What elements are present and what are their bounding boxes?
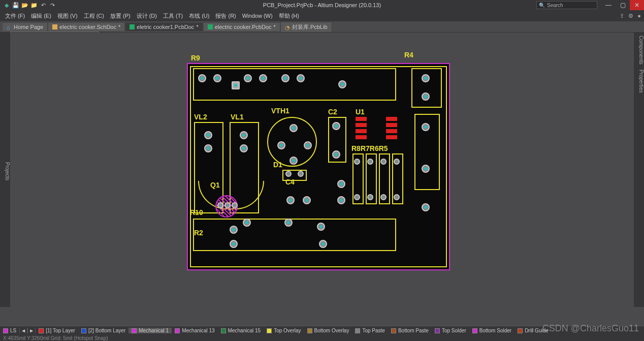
pad [198, 74, 206, 82]
pad [380, 159, 387, 165]
smd-pad [386, 129, 397, 133]
pad [285, 171, 292, 177]
pad [332, 150, 340, 159]
pcb-canvas[interactable]: R9 R4 VL2 VL1 VTH1 C2 U1 [10, 33, 634, 326]
panel-projects[interactable]: Projects [0, 33, 10, 307]
panel-properties[interactable]: Properties [634, 70, 644, 93]
gear-icon[interactable]: ⚙ [628, 13, 633, 19]
layer-topsolder[interactable]: Top Solder [432, 328, 469, 333]
layer-bottom[interactable]: [2] Bottom Layer [78, 328, 128, 333]
menu-route[interactable]: 布线 (U) [186, 11, 212, 21]
smd-pad [356, 123, 367, 127]
tab-schdoc[interactable]: electric cooker.SchDoc* [48, 22, 125, 31]
pad [230, 226, 238, 234]
layer-top[interactable]: [1] Top Layer [36, 328, 78, 333]
undo-icon[interactable]: ↶ [40, 2, 47, 9]
minimize-button[interactable]: — [601, 0, 616, 10]
des-c2: C2 [328, 108, 337, 116]
menu-design[interactable]: 设计 (D) [134, 11, 160, 21]
pad [304, 141, 312, 149]
title-bar: ◆ 💾 📂 📁 ↶ ↷ PCB_Project.PrjPcb - Altium … [0, 0, 644, 10]
save-icon[interactable]: 💾 [12, 2, 19, 9]
des-r10: R10 [190, 208, 203, 216]
layer-mech1[interactable]: Mechanical 1 [128, 328, 172, 333]
pad [380, 194, 387, 200]
app-icon: ◆ [3, 2, 10, 9]
layer-prev[interactable]: ◄ [19, 328, 27, 333]
pad [337, 180, 345, 188]
menu-help[interactable]: 帮助 (H) [276, 11, 302, 21]
pcb-icon [208, 24, 213, 29]
pad [422, 74, 430, 82]
smd-pad [356, 135, 367, 139]
layer-topoverlay[interactable]: Top Overlay [264, 328, 304, 333]
des-vl1: VL1 [231, 113, 244, 121]
pad [224, 202, 231, 208]
layer-toppaste[interactable]: Top Paste [352, 328, 388, 333]
pad [289, 124, 298, 132]
document-tabs: ⌂Home Page electric cooker.SchDoc* eletr… [0, 21, 644, 33]
tab-pcblib[interactable]: ◔封装库.PcbLib [280, 22, 332, 32]
des-r2: R2 [194, 229, 203, 237]
menu-file[interactable]: 文件 (F) [2, 11, 28, 21]
pad [354, 159, 360, 165]
layer-mech15[interactable]: Mechanical 15 [218, 328, 264, 333]
pad [319, 240, 327, 248]
des-r9: R9 [191, 54, 200, 62]
des-u1: U1 [356, 108, 365, 116]
pad [354, 194, 360, 200]
layer-mech13[interactable]: Mechanical 13 [172, 328, 217, 333]
share-icon[interactable]: ⇪ [620, 13, 624, 19]
side-panels-right: Components Properties [634, 33, 644, 307]
layer-botpaste[interactable]: Bottom Paste [388, 328, 432, 333]
pad [259, 74, 267, 82]
des-r8765: R8R7R6R5 [351, 144, 388, 152]
layer-next[interactable]: ► [27, 328, 36, 333]
pad [213, 74, 221, 82]
smd-pad [356, 129, 367, 133]
pad [286, 196, 295, 204]
smd-pad [386, 123, 397, 127]
menu-place[interactable]: 放置 (P) [107, 11, 134, 21]
menu-project[interactable]: 工程 (C) [81, 11, 107, 21]
board-outline: R9 R4 VL2 VL1 VTH1 C2 U1 [187, 63, 450, 270]
menu-report[interactable]: 报告 (R) [212, 11, 239, 21]
pad [422, 203, 430, 211]
redo-icon[interactable]: ↷ [49, 2, 56, 9]
panel-components[interactable]: Components [634, 36, 644, 65]
notify-icon[interactable]: ● [637, 13, 641, 19]
tab-home[interactable]: ⌂Home Page [2, 22, 48, 31]
layer-botsolder[interactable]: Bottom Solder [469, 328, 514, 333]
close-button[interactable]: ✕ [630, 0, 644, 10]
tab-pcbdoc1[interactable]: eletric cooker1.PcbDoc* [125, 22, 203, 31]
pcb-icon [130, 24, 135, 29]
des-d1: D1 [273, 161, 282, 169]
pad [277, 141, 285, 149]
search-input[interactable]: 🔍 Search [536, 1, 597, 9]
pad [367, 194, 373, 200]
layer-ls[interactable]: LS [0, 328, 19, 333]
sch-icon [52, 24, 57, 29]
layer-botoverlay[interactable]: Bottom Overlay [304, 328, 352, 333]
folder-icon[interactable]: 📁 [30, 2, 38, 9]
quick-access-toolbar: ◆ 💾 📂 📁 ↶ ↷ [0, 2, 59, 9]
pad [281, 74, 289, 82]
menu-view[interactable]: 视图 (V) [54, 11, 81, 21]
pad [303, 196, 311, 204]
pad [240, 131, 248, 139]
maximize-button[interactable]: ▢ [616, 0, 630, 10]
open-icon[interactable]: 📂 [21, 2, 28, 9]
pad-rect [232, 81, 240, 89]
tab-pcbdoc2[interactable]: electric cooker.PcbDoc* [203, 22, 280, 31]
silk-block-bottom [193, 219, 396, 251]
home-icon: ⌂ [7, 24, 12, 29]
menu-window[interactable]: Window (W) [239, 12, 276, 20]
pad [243, 219, 251, 227]
lib-icon: ◔ [285, 24, 290, 29]
pad [298, 171, 304, 177]
menu-edit[interactable]: 编辑 (E) [28, 11, 54, 21]
smd-pad [386, 135, 397, 139]
search-icon: 🔍 [539, 3, 545, 8]
pad [422, 165, 430, 173]
menu-tools[interactable]: 工具 (T) [160, 11, 186, 21]
